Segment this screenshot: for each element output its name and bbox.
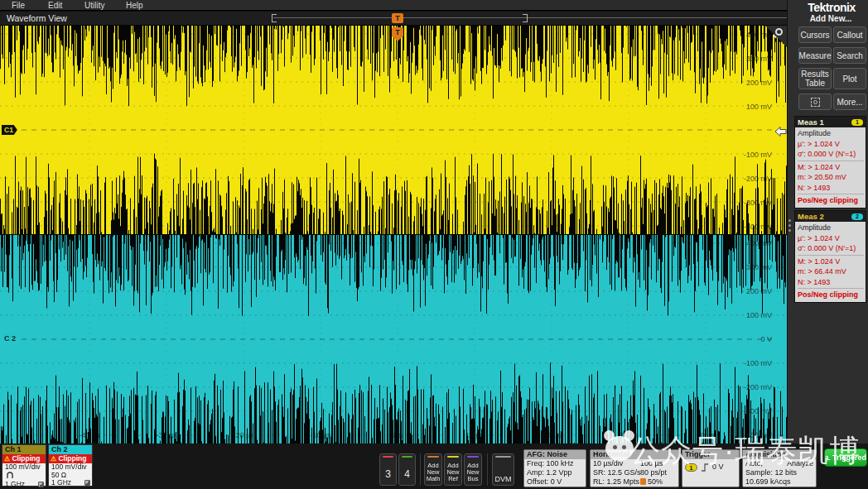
zoom-select-button[interactable] xyxy=(798,93,832,110)
horizontal-panel[interactable]: Horizontal 10 µs/div100 µs SR: 12.5 GS/s… xyxy=(590,449,679,487)
ch4-button[interactable]: 4 xyxy=(398,453,416,486)
trigger-source-badge: 1 xyxy=(685,463,697,472)
meas1-type: Amplitude xyxy=(798,128,866,139)
afg-offset: Offset: 0 V xyxy=(524,477,586,487)
dvm-button[interactable]: DVM xyxy=(492,453,514,486)
add-new-math-button[interactable]: Add New Math xyxy=(424,453,442,486)
tlabel-20us: 20 µs xyxy=(527,431,576,439)
meas1-title: Meas 1 xyxy=(798,117,824,127)
search-button[interactable]: Search xyxy=(833,47,866,64)
menu-utility[interactable]: Utility xyxy=(84,1,104,10)
acquisition-count: 10.699 kAcqs xyxy=(743,477,816,487)
tlabel-40us: 40 µs xyxy=(681,431,731,439)
tlabel-n30us: -30 µs xyxy=(142,431,191,439)
tlabel-10us: 10 µs xyxy=(450,431,499,439)
horizontal-recordlength: RL: 1.25 Mpts xyxy=(593,477,640,487)
horizontal-position: 50% xyxy=(640,477,663,487)
trigger-flag[interactable]: T xyxy=(392,27,403,37)
zoom-select-icon xyxy=(811,98,820,107)
afg-amp: Amp: 1.2 Vpp xyxy=(524,468,586,477)
callout-button[interactable]: Callout xyxy=(833,26,866,43)
panel-resize-handle[interactable] xyxy=(788,217,792,234)
ch1-vlabel-n300mv: -300 mV xyxy=(714,199,772,207)
ch1-scale: 100 mV/div xyxy=(2,463,46,472)
trigger-position-marker[interactable]: T xyxy=(392,13,403,23)
horizontal-resolution: 80 ps/pt xyxy=(640,468,667,477)
meas1-panel[interactable]: Meas 1 1 Amplitude µ': > 1.024 V σ': 0.0… xyxy=(794,116,866,209)
meas2-title: Meas 2 xyxy=(798,212,824,221)
meas1-mean: µ': > 1.024 V xyxy=(798,139,866,150)
tlabel-0s: 0 s xyxy=(373,431,422,439)
warning-icon: ⚠ xyxy=(4,455,12,463)
add-new-ref-button[interactable]: Add New Ref xyxy=(444,453,462,486)
menu-help[interactable]: Help xyxy=(126,1,143,10)
acquisition-sample: Sample: 12 bits xyxy=(743,468,816,477)
acquisition-panel[interactable]: Acquisition Auto,Analyze Sample: 12 bits… xyxy=(742,449,817,487)
ch2-bandwidth: 1 GHz xyxy=(49,479,92,487)
plot-button[interactable]: Plot xyxy=(833,68,866,89)
ch2-badge[interactable]: Ch 2 ⚠ Clipping 100 mV/div 50 Ω 1 GHz xyxy=(48,444,93,487)
tlabel-n20us: -20 µs xyxy=(219,431,268,439)
meas2-source-badge: 2 xyxy=(851,213,863,220)
ch2-vlabel-300mv: 300 mV xyxy=(714,263,772,271)
bandwidth-icon xyxy=(38,482,44,487)
horizontal-scale: 10 µs/div xyxy=(593,459,640,468)
menu-file[interactable]: File xyxy=(12,1,25,10)
ch1-vlabel-n100mv: -100 mV xyxy=(714,151,772,159)
meas2-count: N: > 1493 xyxy=(798,277,866,288)
ch1-vlabel-n400mv: -400 mV xyxy=(714,223,772,231)
afg-panel[interactable]: AFG: Noise Freq: 100 kHz Amp: 1.2 Vpp Of… xyxy=(523,449,586,487)
tlabel-n40us: -40 µs xyxy=(65,431,114,439)
cursors-button[interactable]: Cursors xyxy=(798,26,832,43)
channel1-waveform[interactable] xyxy=(0,26,787,234)
acquisition-analyze: Analyze xyxy=(787,459,813,468)
menu-edit[interactable]: Edit xyxy=(48,1,62,10)
trigger-level: 0 V xyxy=(712,463,724,472)
tektronix-logo: Tektronix xyxy=(797,1,866,14)
meas2-header: Meas 2 2 xyxy=(795,211,866,222)
results-table-button[interactable]: Results Table xyxy=(798,68,832,89)
meas2-min: m: > 66.44 mV xyxy=(798,266,866,277)
ch1-vlabel-n200mv: -200 mV xyxy=(714,175,772,183)
tab-waveform-view[interactable]: Waveform View xyxy=(7,13,67,23)
ch1-vlabel-100mv: 100 mV xyxy=(714,103,772,111)
meas2-panel[interactable]: Meas 2 2 Amplitude µ': > 1.024 V σ': 0.0… xyxy=(794,210,866,303)
meas1-clipping-warning: Pos/Neg clipping xyxy=(798,195,866,206)
ch2-reference-marker[interactable]: C 2 xyxy=(4,334,16,343)
more-button[interactable]: More... xyxy=(833,93,866,110)
trigger-status-icon xyxy=(825,454,831,462)
measure-button[interactable]: Measure xyxy=(798,47,832,64)
trigger-panel[interactable]: Trigger 1 0 V xyxy=(682,449,740,487)
ch1-bandwidth: 1 GHz xyxy=(2,481,46,489)
ch3-button[interactable]: 3 xyxy=(379,453,397,486)
trigger-header: Trigger xyxy=(682,450,739,459)
overview-line xyxy=(273,17,787,18)
meas1-count: N: > 1493 xyxy=(798,183,866,194)
meas1-source-badge: 1 xyxy=(851,119,863,126)
magnifier-icon xyxy=(775,28,783,36)
meas1-header: Meas 1 1 xyxy=(795,117,866,127)
menu-bar: File Edit Utility Help xyxy=(0,0,787,11)
meas1-body: Amplitude µ': > 1.024 V σ': 0.000 V (N'=… xyxy=(795,127,866,208)
channel2-waveform[interactable] xyxy=(0,235,787,443)
horizontal-header: Horizontal xyxy=(591,450,678,459)
meas2-body: Amplitude µ': > 1.024 V σ': 0.000 V (N'=… xyxy=(795,222,866,302)
add-new-bus-button[interactable]: Add New Bus xyxy=(464,453,482,486)
overview-left-bracket[interactable] xyxy=(272,14,277,22)
trigger-level-arrow[interactable] xyxy=(774,125,787,138)
ch2-vlabel-400mv: 400 mV xyxy=(714,239,772,247)
ch2-vlabel-n300mv: -300 mV xyxy=(714,407,772,415)
divider xyxy=(487,453,488,486)
ch1-badge-header: Ch 1 xyxy=(2,445,46,454)
warning-icon: ⚠ xyxy=(51,455,58,463)
waveform-area[interactable] xyxy=(0,25,787,443)
ch2-badge-header: Ch 2 xyxy=(49,445,92,454)
horizontal-samplerate: SR: 12.5 GS/s xyxy=(593,468,640,477)
meas1-min: m: > 20.50 mV xyxy=(798,172,866,183)
ch1-badge[interactable]: Ch 1 ⚠ Clipping 100 mV/div 1 GHz xyxy=(2,444,46,487)
acquisition-header: Acquisition xyxy=(743,450,816,459)
triggered-status-button[interactable]: Triggered xyxy=(824,448,867,467)
ch2-vlabel-200mv: 200 mV xyxy=(714,287,772,295)
overview-right-bracket[interactable] xyxy=(523,14,528,22)
acquisition-mode: Auto, xyxy=(745,459,763,468)
